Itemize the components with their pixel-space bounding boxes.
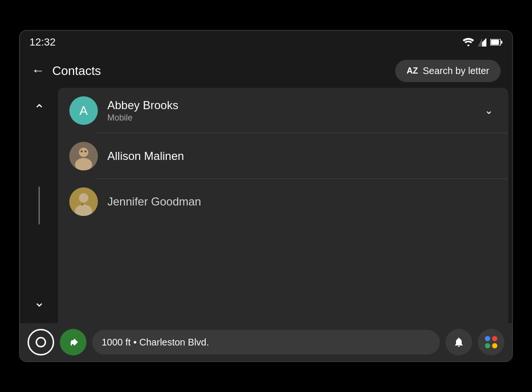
svg-point-13 xyxy=(81,204,83,205)
header: ← Contacts AZ Search by letter xyxy=(20,54,512,88)
wifi-icon xyxy=(463,38,474,47)
contact-item-allison[interactable]: Allison Malinen xyxy=(58,133,508,179)
contact-info-jennifer: Jennifer Goodman xyxy=(107,195,497,208)
scroll-track xyxy=(38,121,40,290)
contact-name-jennifer: Jennifer Goodman xyxy=(107,195,497,208)
contact-type-abbey: Mobile xyxy=(107,113,481,123)
navigation-directions-button[interactable] xyxy=(60,329,86,355)
contact-name-abbey: Abbey Brooks xyxy=(107,99,481,112)
route-info-pill: 1000 ft • Charleston Blvd. xyxy=(92,330,440,355)
scroll-up-button[interactable]: ⌃ xyxy=(27,97,51,121)
scroll-down-button[interactable]: ⌄ xyxy=(27,290,51,314)
az-icon: AZ xyxy=(407,66,418,76)
turn-right-icon xyxy=(66,336,80,349)
allison-photo xyxy=(69,142,98,170)
notifications-button[interactable] xyxy=(446,329,472,355)
contact-info-allison: Allison Malinen xyxy=(107,149,497,163)
contact-avatar-allison xyxy=(69,142,98,170)
home-icon xyxy=(36,337,46,347)
svg-point-11 xyxy=(79,193,88,203)
bell-icon xyxy=(453,336,465,348)
contact-avatar-abbey: A xyxy=(69,96,98,125)
signal-icon xyxy=(478,38,486,47)
svg-point-8 xyxy=(81,150,83,152)
expand-icon-abbey[interactable]: ⌄ xyxy=(481,101,497,121)
svg-rect-3 xyxy=(501,41,503,44)
google-assistant-button[interactable] xyxy=(478,329,504,355)
page-title: Contacts xyxy=(52,64,101,78)
svg-point-6 xyxy=(79,148,88,157)
contact-item-abbey[interactable]: A Abbey Brooks Mobile ⌄ xyxy=(58,88,508,133)
status-icons xyxy=(463,38,503,47)
home-button[interactable] xyxy=(28,329,54,355)
device-frame: 12:32 ← Con xyxy=(19,30,513,362)
back-arrow-icon: ← xyxy=(31,63,45,78)
svg-marker-1 xyxy=(478,38,482,47)
contact-name-allison: Allison Malinen xyxy=(107,149,497,163)
route-text: 1000 ft • Charleston Blvd. xyxy=(102,337,209,348)
svg-point-9 xyxy=(85,150,86,152)
contact-item-jennifer[interactable]: Jennifer Goodman xyxy=(58,179,508,224)
scroll-indicator xyxy=(38,187,40,224)
bottom-nav: 1000 ft • Charleston Blvd. xyxy=(20,323,512,361)
contact-info-abbey: Abbey Brooks Mobile xyxy=(107,99,481,123)
search-by-letter-button[interactable]: AZ Search by letter xyxy=(395,60,501,82)
back-button[interactable]: ← Contacts xyxy=(31,63,101,78)
content-area: ⌃ ⌄ A Abbey Brooks Mobile ⌄ xyxy=(20,88,512,323)
svg-rect-4 xyxy=(491,40,499,45)
contact-list: A Abbey Brooks Mobile ⌄ xyxy=(58,88,508,323)
jennifer-photo xyxy=(69,187,98,216)
status-bar: 12:32 xyxy=(20,31,512,54)
search-by-letter-label: Search by letter xyxy=(423,65,489,76)
scroll-controls: ⌃ ⌄ xyxy=(20,88,58,323)
main-content: ← Contacts AZ Search by letter ⌃ ⌄ xyxy=(20,54,512,323)
contact-avatar-jennifer xyxy=(69,187,98,216)
google-dots-icon xyxy=(485,336,497,348)
status-time: 12:32 xyxy=(29,36,56,48)
battery-icon xyxy=(490,39,503,46)
